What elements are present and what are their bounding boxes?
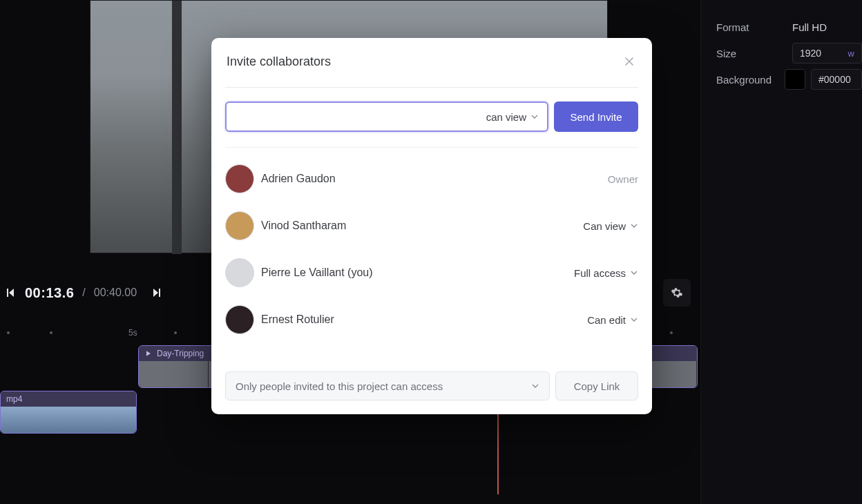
collaborator-name: Ernest Rotulier [261,313,580,326]
clip-name: Day-Tripping [157,349,204,358]
collaborator-row: Ernest RotulierCan edit [225,305,638,334]
collaborator-name: Adrien Gaudon [261,173,601,185]
collaborator-row: Adrien GaudonOwner [225,164,638,193]
chevron-down-icon [630,316,638,324]
collaborator-role-selector[interactable]: Can view [583,220,638,232]
settings-button[interactable] [663,279,691,307]
gear-icon [671,287,683,299]
time-current: 00:13.6 [25,285,74,301]
ruler-label: 5s [128,328,137,338]
avatar [225,211,254,240]
time-separator: / [82,287,85,299]
size-input[interactable]: 1920 w [792,43,862,64]
collaborator-row: Pierre Le Vaillant (you)Full access [225,258,638,287]
divider [225,87,638,88]
copy-link-button[interactable]: Copy Link [555,371,638,400]
access-scope-label: Only people invited to this project can … [236,380,443,392]
size-label: Size [716,48,792,59]
copy-link-label: Copy Link [574,380,620,392]
skip-forward-icon[interactable] [151,287,163,299]
chevron-down-icon [531,382,539,390]
close-icon [623,55,635,68]
time-duration: 00:40.00 [94,287,137,299]
collaborator-name: Vinod Santharam [261,220,576,232]
play-icon [144,349,153,358]
skip-back-icon[interactable] [4,287,17,299]
collaborator-role-selector[interactable]: Full access [574,267,638,279]
chevron-down-icon [630,222,638,230]
role-label: Full access [574,267,626,279]
send-invite-label: Send Invite [570,111,622,123]
close-button[interactable] [623,55,637,69]
preview-decoration [172,1,182,254]
format-label: Format [716,21,792,33]
invite-collaborators-modal: Invite collaborators can view Send Invit… [211,38,652,414]
clip-header: mp4 [1,391,136,407]
background-label: Background [716,74,785,86]
invite-email-field[interactable]: can view [225,101,548,132]
collaborator-role-selector[interactable]: Can edit [587,314,638,326]
send-invite-button[interactable]: Send Invite [554,101,638,132]
collaborators-list: Adrien GaudonOwnerVinod SantharamCan vie… [225,164,638,334]
clip-name: mp4 [6,394,22,404]
avatar [225,258,254,287]
clip-thumbnail [1,407,136,434]
collaborator-row: Vinod SantharamCan view [225,211,638,240]
collaborator-name: Pierre Le Vaillant (you) [261,266,567,279]
chevron-down-icon [530,113,539,121]
role-label: Can edit [587,314,626,326]
format-value[interactable]: Full HD [792,21,827,33]
divider [225,147,638,148]
background-hex-input[interactable]: #00000 [811,69,862,90]
permission-label: can view [486,111,526,123]
access-scope-selector[interactable]: Only people invited to this project can … [225,371,550,400]
chevron-down-icon [630,269,638,277]
color-swatch[interactable] [785,69,805,90]
timeline-clip[interactable]: mp4 [0,391,137,434]
collaborator-role: Owner [608,173,638,185]
size-value: 1920 [800,48,821,59]
role-label: Owner [608,173,638,185]
properties-panel: Format Full HD Size 1920 w Background #0… [700,0,862,504]
modal-title: Invite collaborators [227,55,331,69]
role-label: Can view [583,220,626,232]
avatar [225,164,254,193]
background-value: #00000 [818,74,851,85]
permission-selector[interactable]: can view [486,111,539,123]
size-unit: w [848,48,854,59]
invite-email-input[interactable] [235,111,482,123]
avatar [225,305,254,334]
